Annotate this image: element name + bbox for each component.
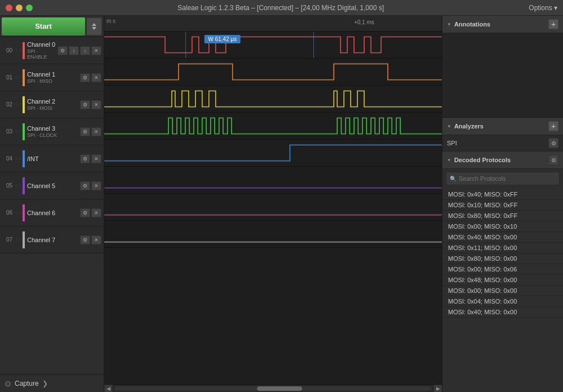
start-button[interactable]: Start	[2, 17, 85, 35]
channel-close-3[interactable]: ✕	[91, 127, 101, 136]
waveform-row-3	[104, 113, 442, 140]
scroll-left[interactable]: ◀	[104, 385, 112, 393]
main-layout: Start 00 ⋮⋮ Channel 0 SPI · ENABLE ⚙ ↕↕ …	[0, 16, 563, 392]
channel-label-area-6: Channel 6	[27, 210, 80, 216]
analyzers-title-row: ▼ Analyzers	[447, 123, 484, 130]
protocol-item-3[interactable]: MOSI: 0x00; MISO: 0x10	[442, 221, 563, 232]
protocol-item-5[interactable]: MOSI: 0x11; MISO: 0x00	[442, 243, 563, 253]
annotations-header: ▼ Annotations +	[442, 16, 563, 33]
channel-panel: Start 00 ⋮⋮ Channel 0 SPI · ENABLE ⚙ ↕↕ …	[0, 16, 104, 392]
waveform-row-6	[104, 194, 442, 221]
time-marker: +0,1 ms	[354, 19, 374, 25]
protocol-item-7[interactable]: MOSI: 0x00; MISO: 0x06	[442, 264, 563, 275]
annotations-area	[442, 33, 563, 118]
options-menu[interactable]: Options ▾	[529, 4, 557, 12]
add-annotation-button[interactable]: +	[548, 19, 558, 29]
channel-close-2[interactable]: ✕	[91, 100, 101, 109]
decoded-protocols-title-row: ▼ Decoded Protocols	[447, 157, 511, 163]
channel-name-0: Channel 0	[27, 41, 57, 48]
waveform-area[interactable]: W 61,42 µs	[104, 32, 442, 384]
annotations-title: Annotations	[454, 21, 490, 28]
protocol-list: MOSI: 0x40; MISO: 0xFFMOSI: 0x10; MISO: …	[442, 188, 563, 392]
channel-num-2: 02	[2, 101, 12, 108]
channel-close-7[interactable]: ✕	[91, 235, 101, 244]
analyzers-triangle: ▼	[447, 124, 451, 129]
annotations-title-row: ▼ Annotations	[447, 21, 490, 28]
channel-extra-0a[interactable]: ↕	[69, 46, 79, 55]
channel-label-area-3: Channel 3 SPI · CLOCK	[27, 125, 80, 138]
window-controls[interactable]	[6, 5, 33, 11]
protocol-item-11[interactable]: MOSI: 0x40; MISO: 0x00	[442, 307, 563, 318]
maximize-button[interactable]	[26, 5, 33, 11]
channel-color-bar-0	[23, 42, 25, 59]
analyzer-gear-0[interactable]: ⚙	[548, 138, 558, 148]
channel-buttons-1: ⚙ ✕	[80, 73, 101, 82]
channel-name-5: Channel 5	[27, 182, 80, 189]
channel-close-5[interactable]: ✕	[91, 181, 101, 190]
channel-buttons-4: ⚙ ✕	[80, 154, 101, 163]
scroll-right[interactable]: ▶	[434, 385, 442, 393]
channel-close-4[interactable]: ✕	[91, 154, 101, 163]
minimize-button[interactable]	[16, 5, 23, 11]
decoded-protocols-gear[interactable]: ⚙	[548, 155, 558, 165]
channel-close-1[interactable]: ✕	[91, 73, 101, 82]
waveform-canvas-7	[104, 221, 442, 247]
waveform-row-2	[104, 86, 442, 113]
protocol-item-2[interactable]: MOSI: 0x80; MISO: 0xFF	[442, 211, 563, 221]
channel-gear-6[interactable]: ⚙	[80, 208, 90, 217]
channel-dots-0: ⋮⋮	[15, 48, 20, 52]
channel-gear-4[interactable]: ⚙	[80, 154, 90, 163]
channel-label-area-1: Channel 1 SPI · MISO	[27, 71, 80, 84]
channel-name-7: Channel 7	[27, 237, 80, 243]
start-arrows[interactable]	[86, 17, 102, 35]
channel-name-3: Channel 3	[27, 125, 80, 132]
channel-sublabel-2: SPI · MOSI	[27, 105, 80, 111]
analyzer-name-0: SPI	[447, 140, 457, 146]
channel-close-0[interactable]: ✕	[91, 46, 101, 55]
channel-num-4: 04	[2, 155, 12, 162]
measure-line-right	[313, 32, 314, 58]
channel-gear-0[interactable]: ⚙	[57, 46, 68, 55]
protocol-item-1[interactable]: MOSI: 0x10; MISO: 0xFF	[442, 200, 563, 211]
decoded-protocols-section: ▼ Decoded Protocols ⚙ 🔍 MOSI: 0x40; MISO…	[442, 152, 563, 392]
channel-dots-1: ⋮⋮	[15, 75, 20, 79]
channel-gear-3[interactable]: ⚙	[80, 127, 90, 136]
channel-name-6: Channel 6	[27, 210, 80, 216]
measure-line-left	[185, 32, 186, 58]
channel-gear-2[interactable]: ⚙	[80, 100, 90, 109]
protocol-item-0[interactable]: MOSI: 0x40; MISO: 0xFF	[442, 189, 563, 200]
protocol-item-10[interactable]: MOSI: 0x04; MISO: 0x00	[442, 296, 563, 307]
protocol-item-9[interactable]: MOSI: 0x00; MISO: 0x00	[442, 286, 563, 296]
decoded-protocols-triangle: ▼	[447, 158, 451, 163]
channel-dots-2: ⋮⋮	[15, 103, 20, 106]
channel-gear-1[interactable]: ⚙	[80, 73, 90, 82]
measurement-badge: W 61,42 µs	[204, 35, 241, 43]
channel-num-3: 03	[2, 128, 12, 135]
waveform-canvas-3	[104, 113, 442, 139]
channel-buttons-3: ⚙ ✕	[80, 127, 101, 136]
close-button[interactable]	[6, 5, 12, 11]
channel-gear-7[interactable]: ⚙	[80, 235, 90, 244]
channel-sublabel-3: SPI · CLOCK	[27, 132, 80, 138]
channel-close-6[interactable]: ✕	[91, 208, 101, 217]
search-protocols-bar[interactable]: 🔍	[446, 172, 560, 185]
capture-expand[interactable]: ❯	[42, 380, 48, 387]
scrollbar-thumb[interactable]	[257, 386, 302, 391]
channel-num-7: 07	[2, 237, 12, 243]
protocol-item-8[interactable]: MOSI: 0x48; MISO: 0x00	[442, 275, 563, 286]
waveform-canvas-1	[104, 59, 442, 85]
capture-label[interactable]: Capture	[15, 380, 39, 387]
channel-label-area-7: Channel 7	[27, 237, 80, 243]
scrollbar-track[interactable]	[114, 386, 432, 391]
channel-extra-0b[interactable]: ↕	[80, 46, 90, 55]
protocol-item-4[interactable]: MOSI: 0x40; MISO: 0x00	[442, 232, 563, 243]
search-input[interactable]	[459, 175, 556, 182]
channel-row-0: 00 ⋮⋮ Channel 0 SPI · ENABLE ⚙ ↕↕ ✕	[0, 37, 104, 64]
channel-row-3: 03 ⋮⋮ Channel 3 SPI · CLOCK ⚙ ✕	[0, 118, 104, 145]
add-analyzer-button[interactable]: +	[548, 121, 558, 131]
channel-color-bar-5	[23, 177, 25, 194]
channel-row-7: 07 ⋮⋮ Channel 7 ⚙ ✕	[0, 226, 104, 253]
channel-gear-5[interactable]: ⚙	[80, 181, 90, 190]
channel-sublabel-1: SPI · MISO	[27, 78, 80, 84]
protocol-item-6[interactable]: MOSI: 0x80; MISO: 0x00	[442, 253, 563, 264]
